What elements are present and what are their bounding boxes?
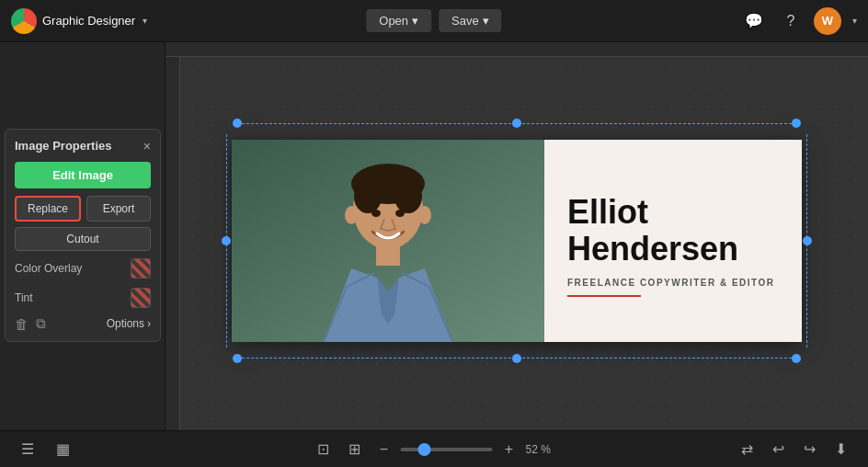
props-header: Image Properties × xyxy=(15,139,151,153)
zoom-controls: ⊡ ⊞ − + 52 % xyxy=(311,437,558,462)
zoom-in-button[interactable]: + xyxy=(498,441,520,458)
person-image xyxy=(232,140,544,342)
undo-icon[interactable]: ↩ xyxy=(765,437,791,462)
ruler-top xyxy=(166,42,868,57)
handle-br[interactable] xyxy=(792,354,801,363)
grid-icon[interactable]: ▦ xyxy=(50,437,75,462)
loop-icon[interactable]: ⇄ xyxy=(734,437,760,462)
save-button[interactable]: Save ▾ xyxy=(439,9,502,32)
tint-swatch[interactable] xyxy=(131,288,151,308)
right-bottom-controls: ⇄ ↩ ↪ ⬇ xyxy=(734,437,853,462)
fullscreen-icon[interactable]: ⊞ xyxy=(342,437,368,462)
center-controls: Open ▾ Save ▾ xyxy=(366,9,501,32)
svg-rect-6 xyxy=(376,243,400,266)
handle-tl[interactable] xyxy=(233,119,242,128)
canvas-area[interactable]: Elliot Hendersen FREELANCE COPYWRITER & … xyxy=(166,42,868,430)
close-button[interactable]: × xyxy=(143,140,151,153)
handle-bm[interactable] xyxy=(512,354,521,363)
card-job-title: FREELANCE COPYWRITER & EDITOR xyxy=(567,278,783,288)
handle-tr[interactable] xyxy=(792,119,801,128)
svg-point-9 xyxy=(345,206,358,224)
download-icon[interactable]: ⬇ xyxy=(828,437,853,462)
handle-ml[interactable] xyxy=(222,236,231,245)
svg-point-5 xyxy=(394,180,422,213)
color-overlay-swatch[interactable] xyxy=(131,258,151,279)
help-icon[interactable]: ? xyxy=(777,7,805,35)
color-overlay-row: Color Overlay xyxy=(15,256,151,280)
user-chevron: ▾ xyxy=(852,16,857,26)
card-underline xyxy=(567,295,641,297)
card-image-section xyxy=(232,140,544,342)
handle-tm[interactable] xyxy=(512,119,521,128)
zoom-out-button[interactable]: − xyxy=(373,441,395,458)
image-properties-panel: Image Properties × Edit Image Replace Ex… xyxy=(5,129,161,342)
design-card: Elliot Hendersen FREELANCE COPYWRITER & … xyxy=(232,140,802,342)
replace-button[interactable]: Replace xyxy=(15,196,81,222)
options-button[interactable]: Options › xyxy=(107,317,151,330)
logo-area: Graphic Designer ▾ xyxy=(11,8,147,34)
app-name: Graphic Designer xyxy=(42,14,135,28)
zoom-label: 52 % xyxy=(526,443,558,456)
duplicate-button[interactable]: ⧉ xyxy=(36,315,46,332)
logo-icon xyxy=(11,8,37,34)
options-row: 🗑 ⧉ Options › xyxy=(15,315,151,332)
delete-button[interactable]: 🗑 xyxy=(15,316,29,332)
redo-icon[interactable]: ↪ xyxy=(796,437,822,462)
svg-point-10 xyxy=(418,206,431,224)
app-chevron: ▾ xyxy=(143,16,147,26)
open-button[interactable]: Open ▾ xyxy=(366,9,431,32)
ruler-left xyxy=(166,57,180,430)
svg-point-8 xyxy=(395,210,405,217)
avatar[interactable]: W xyxy=(814,7,841,35)
props-title: Image Properties xyxy=(15,139,112,153)
svg-point-7 xyxy=(371,210,381,217)
handle-bl[interactable] xyxy=(233,354,242,363)
card-text-section: Elliot Hendersen FREELANCE COPYWRITER & … xyxy=(544,140,802,342)
layers-icon[interactable]: ☰ xyxy=(15,437,40,462)
zoom-slider[interactable] xyxy=(401,448,493,451)
svg-point-4 xyxy=(354,180,382,213)
right-controls: 💬 ? W ▾ xyxy=(740,7,857,35)
export-button[interactable]: Export xyxy=(86,196,151,222)
card-name: Elliot Hendersen xyxy=(567,194,783,267)
tint-row: Tint xyxy=(15,286,151,310)
bottom-bar: ☰ ▦ ⊡ ⊞ − + 52 % ⇄ ↩ ↪ ⬇ xyxy=(0,430,868,467)
comments-icon[interactable]: 💬 xyxy=(740,7,768,35)
replace-export-row: Replace Export xyxy=(15,196,151,222)
color-overlay-label: Color Overlay xyxy=(15,262,82,275)
handle-mr[interactable] xyxy=(803,236,812,245)
topbar: Graphic Designer ▾ Open ▾ Save ▾ 💬 ? W ▾ xyxy=(0,0,868,42)
tint-label: Tint xyxy=(15,291,33,304)
edit-image-button[interactable]: Edit Image xyxy=(15,162,151,188)
fit-screen-icon[interactable]: ⊡ xyxy=(311,437,337,462)
cutout-button[interactable]: Cutout xyxy=(15,227,151,251)
